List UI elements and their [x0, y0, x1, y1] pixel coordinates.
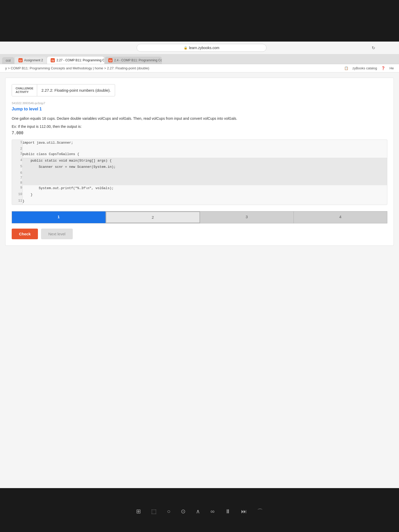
browser-toolbar: 🔒 learn.zybooks.com ↻	[0, 42, 399, 54]
settings-icon[interactable]: ⌒	[257, 508, 263, 515]
tab-ccd[interactable]: ccd	[2, 57, 14, 64]
dot-icon[interactable]: ⊙	[181, 508, 185, 515]
lambda-icon[interactable]: ∧	[196, 508, 200, 515]
main-content: Feedb CHALLENGE ACTIVITY 2.27.2: Floatin…	[0, 72, 399, 488]
tab-assignment[interactable]: zy Assignment 2	[15, 57, 47, 64]
breadcrumb-right: 📋 zyBooks catalog ❓ He	[344, 66, 394, 70]
line-number: 4	[12, 158, 22, 164]
level-tab-4[interactable]: 4	[294, 211, 387, 223]
challenge-label: CHALLENGE ACTIVITY	[12, 84, 37, 96]
tab-227[interactable]: zy 2.27 - COMP B11: Programming Concepts…	[47, 57, 104, 64]
tab-ccd-label: ccd	[6, 59, 11, 62]
breadcrumb-bar: y > COMP B11: Programming Concepts and M…	[0, 64, 399, 72]
activity-id: S41022.3993S46.qx3zqy7	[12, 102, 387, 105]
catalog-icon: 📋	[344, 66, 348, 70]
circle-icon[interactable]: ○	[167, 508, 170, 515]
content-wrapper: Feedb CHALLENGE ACTIVITY 2.27.2: Floatin…	[5, 78, 394, 246]
tab-assignment-label: Assignment 2	[24, 58, 43, 62]
url-bar[interactable]: 🔒 learn.zybooks.com	[137, 44, 267, 52]
tab-24[interactable]: zy 2.4 - COMP B11: Programming Concepts …	[105, 57, 162, 64]
next-level-button[interactable]: Next level	[41, 229, 73, 239]
line-number: 10	[12, 192, 22, 198]
code-line[interactable]: }	[22, 198, 387, 205]
code-line[interactable]: System.out.printf("%.3f\n", volGals);	[22, 185, 387, 192]
tab-24-label: 2.4 - COMP B11: Programming Concepts a..…	[114, 58, 162, 62]
browser-chrome: 🔒 learn.zybooks.com ↻ ccd zy Assignment …	[0, 42, 399, 64]
pause-icon[interactable]: ⏸	[225, 508, 231, 515]
line-number: 5	[12, 164, 22, 170]
code-line[interactable]: }	[22, 192, 387, 198]
line-number: 3	[12, 151, 22, 158]
challenge-label-line2: ACTIVITY	[16, 90, 33, 94]
code-line[interactable]: public static void main(String[] args) {	[22, 158, 387, 164]
example-output: 7.000	[12, 131, 387, 135]
bottom-bar: ⊞ ⬚ ○ ⊙ ∧ ∞ ⏸ ⏭ ⌒	[0, 488, 399, 532]
line-number: 2	[12, 146, 22, 151]
line-number: 9	[12, 185, 22, 192]
level-tab-3[interactable]: 3	[200, 211, 294, 223]
zy-favicon-1: zy	[18, 58, 23, 62]
level-tabs: 1 2 3 4	[12, 211, 387, 223]
line-number: 8	[12, 180, 22, 185]
help-icon[interactable]: ❓	[381, 66, 385, 70]
check-button[interactable]: Check	[12, 229, 38, 239]
code-line[interactable]	[22, 175, 387, 180]
code-line[interactable]: Scanner scnr = new Scanner(System.in);	[22, 164, 387, 170]
challenge-label-line1: CHALLENGE	[16, 87, 33, 90]
browser-tabs: ccd zy Assignment 2 zy 2.27 - COMP B11: …	[0, 54, 399, 64]
level-tab-1[interactable]: 1	[12, 211, 106, 223]
share-icon[interactable]: ∞	[210, 508, 215, 515]
code-editor[interactable]: 1import java.util.Scanner;23public class…	[12, 139, 387, 205]
line-number: 1	[12, 140, 22, 146]
jump-to-level[interactable]: Jump to level 1	[12, 107, 387, 111]
back-icon[interactable]: ⬚	[151, 508, 157, 515]
action-buttons: Check Next level	[12, 229, 387, 239]
catalog-label[interactable]: zyBooks catalog	[353, 66, 377, 70]
tab-227-label: 2.27 - COMP B11: Programming Concepts...	[56, 58, 104, 62]
challenge-title: 2.27.2: Floating-point numbers (double).	[37, 86, 115, 95]
top-bar	[0, 0, 399, 42]
example-intro: Ex: If the input is 112.00, then the out…	[12, 124, 387, 129]
content-card: CHALLENGE ACTIVITY 2.27.2: Floating-poin…	[5, 78, 394, 246]
zy-favicon-3: zy	[108, 58, 112, 62]
code-table: 1import java.util.Scanner;23public class…	[12, 140, 387, 205]
description-text: One gallon equals 16 cups. Declare doubl…	[12, 116, 387, 121]
code-line[interactable]	[22, 170, 387, 175]
help-label: He	[389, 66, 394, 70]
code-line[interactable]: import java.util.Scanner;	[22, 140, 387, 146]
breadcrumb: y > COMP B11: Programming Concepts and M…	[5, 66, 149, 70]
level-tab-2[interactable]: 2	[106, 211, 200, 223]
line-number: 6	[12, 170, 22, 175]
toolbar-right: ↻	[369, 45, 378, 50]
home-icon[interactable]: ⊞	[136, 508, 141, 515]
reload-icon[interactable]: ↻	[372, 45, 375, 50]
lock-icon: 🔒	[184, 46, 188, 50]
code-line[interactable]	[22, 180, 387, 185]
code-line[interactable]	[22, 146, 387, 151]
next-icon[interactable]: ⏭	[241, 508, 247, 515]
challenge-header: CHALLENGE ACTIVITY 2.27.2: Floating-poin…	[12, 84, 115, 96]
code-line[interactable]: public class CupsToGallons {	[22, 151, 387, 158]
zy-favicon-2: zy	[51, 58, 55, 62]
line-number: 11	[12, 198, 22, 205]
line-number: 7	[12, 175, 22, 180]
url-text: learn.zybooks.com	[189, 46, 220, 50]
